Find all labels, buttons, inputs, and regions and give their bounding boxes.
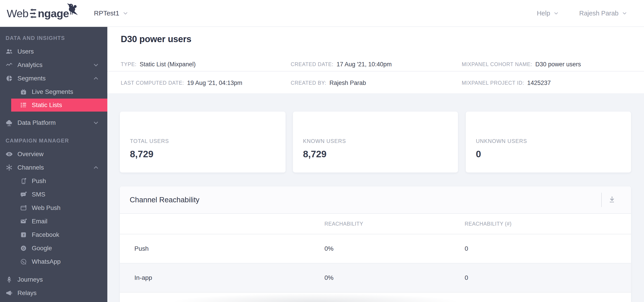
- column-header-reachability-count: REACHABILITY (#): [465, 214, 512, 234]
- sidebar-item-overview[interactable]: Overview: [0, 147, 107, 161]
- sidebar-item-web-push[interactable]: Web Push: [0, 201, 107, 215]
- meta-type: TYPE: Static List (Mixpanel): [121, 59, 196, 69]
- sidebar-item-data-platform[interactable]: Data Platform: [0, 116, 107, 129]
- channel-name: In-app: [134, 263, 152, 292]
- panel-header: Channel Reachability: [120, 186, 631, 214]
- facebook-icon: f: [20, 231, 27, 239]
- download-button[interactable]: [605, 193, 620, 207]
- project-switcher[interactable]: RPTest1: [94, 0, 128, 27]
- sidebar-item-push[interactable]: Push: [0, 174, 107, 188]
- segments-icon: [5, 75, 13, 82]
- rocket-icon: [5, 276, 13, 283]
- svg-text:f: f: [23, 233, 24, 237]
- user-name: Rajesh Parab: [579, 10, 618, 17]
- help-menu[interactable]: Help: [537, 10, 559, 17]
- reachability-count: 0: [465, 263, 468, 292]
- sidebar-item-facebook[interactable]: f Facebook: [0, 228, 107, 241]
- whatsapp-icon: [20, 258, 27, 265]
- meta-created-date: CREATED DATE: 17 Aug '21, 10:40pm: [291, 59, 392, 69]
- sidebar-item-email[interactable]: Email: [0, 215, 107, 228]
- chevron-down-icon: [92, 119, 99, 126]
- sidebar-item-analytics[interactable]: Analytics: [0, 58, 107, 72]
- column-header-reachability: REACHABILITY: [324, 214, 363, 234]
- meta-row-2: LAST COMPUTED DATE: 19 Aug '21, 04:13pm …: [107, 78, 644, 88]
- table-header-row: REACHABILITY REACHABILITY (#): [120, 214, 631, 234]
- header-divider: [601, 193, 602, 207]
- stat-cards: TOTAL USERS 8,729 KNOWN USERS 8,729 UNKN…: [107, 112, 644, 173]
- sidebar-item-google[interactable]: G Google: [0, 241, 107, 255]
- reachability-value: 0%: [324, 234, 334, 263]
- channel-name: Push: [134, 234, 149, 263]
- live-segments-icon: [20, 88, 27, 96]
- reachability-value: 0%: [324, 263, 334, 292]
- browser-push-icon: [20, 204, 27, 212]
- sms-bubble-icon: [20, 191, 27, 198]
- stat-card-known-users: KNOWN USERS 8,729: [293, 112, 458, 173]
- stat-card-unknown-users: UNKNOWN USERS 0: [466, 112, 631, 173]
- sidebar-item-segments[interactable]: Segments: [0, 72, 107, 85]
- table-row-partial: [120, 292, 631, 302]
- section-campaign-manager: CAMPAIGN MANAGER: [0, 134, 107, 147]
- sidebar-item-channels[interactable]: Channels: [0, 161, 107, 174]
- webengage-logo[interactable]: Web ngage: [7, 5, 78, 22]
- reachability-count: 0: [465, 234, 468, 263]
- logo-text-web: Web: [7, 7, 28, 20]
- mobile-push-icon: [20, 177, 27, 185]
- users-icon: [5, 48, 13, 55]
- meta-divider: [107, 71, 644, 71]
- chevron-down-icon: [553, 10, 559, 16]
- meta-mixpanel-cohort-name: MIXPANEL COHORT NAME: D30 power users: [462, 59, 581, 69]
- page-title: D30 power users: [121, 34, 192, 44]
- logo-bird-icon: [66, 3, 78, 17]
- topbar: Web ngage: [0, 0, 644, 27]
- page-header: D30 power users TYPE: Static List (Mixpa…: [107, 27, 644, 94]
- panel-title: Channel Reachability: [130, 186, 200, 213]
- static-lists-icon: [20, 101, 27, 109]
- sidebar-item-users[interactable]: Users: [0, 45, 107, 58]
- sidebar-item-relays[interactable]: Relays: [0, 286, 107, 300]
- sidebar-item-journeys[interactable]: Journeys: [0, 273, 107, 286]
- sidebar-item-static-lists[interactable]: Static Lists: [11, 99, 107, 112]
- table-row: Push 0% 0: [120, 234, 631, 263]
- chevron-down-icon: [122, 10, 128, 16]
- logo-text-ngage: ngage: [38, 7, 69, 20]
- google-icon: G: [20, 244, 27, 252]
- meta-last-computed-date: LAST COMPUTED DATE: 19 Aug '21, 04:13pm: [121, 78, 242, 88]
- section-data-and-insights: DATA AND INSIGHTS: [0, 31, 107, 45]
- svg-text:G: G: [22, 246, 25, 250]
- logo-arrows-icon: [29, 8, 37, 19]
- sidebar-item-sms[interactable]: SMS: [0, 188, 107, 201]
- webengage-app: Web ngage: [0, 0, 644, 302]
- sidebar: DATA AND INSIGHTS Users Analytics: [0, 27, 107, 302]
- meta-created-by: CREATED BY: Rajesh Parab: [291, 78, 366, 88]
- download-icon: [608, 195, 616, 205]
- user-menu[interactable]: Rajesh Parab: [579, 10, 628, 17]
- topbar-right: Help Rajesh Parab: [537, 0, 628, 27]
- meta-row-1: TYPE: Static List (Mixpanel) CREATED DAT…: [107, 59, 644, 69]
- chevron-down-icon: [92, 62, 99, 68]
- help-label: Help: [537, 10, 550, 17]
- chevron-down-icon: [622, 10, 628, 16]
- channel-reachability-panel: Channel Reachability REACHABILITY REACHA…: [120, 186, 631, 302]
- email-envelope-icon: [20, 218, 27, 225]
- channels-hub-icon: [5, 164, 13, 171]
- data-platform-icon: [5, 119, 13, 126]
- chevron-up-icon: [92, 164, 99, 171]
- chevron-up-icon: [92, 75, 99, 82]
- eye-icon: [5, 150, 13, 158]
- stat-card-total-users: TOTAL USERS 8,729: [120, 112, 286, 173]
- sidebar-item-whatsapp[interactable]: WhatsApp: [0, 255, 107, 268]
- main-content: D30 power users TYPE: Static List (Mixpa…: [107, 27, 644, 302]
- megaphone-icon: [5, 289, 13, 297]
- sidebar-item-live-segments[interactable]: Live Segments: [0, 85, 107, 99]
- analytics-icon: [5, 61, 13, 69]
- table-row: In-app 0% 0: [120, 263, 631, 292]
- project-name: RPTest1: [94, 10, 119, 17]
- meta-mixpanel-project-id: MIXPANEL PROJECT ID: 1425237: [462, 78, 551, 88]
